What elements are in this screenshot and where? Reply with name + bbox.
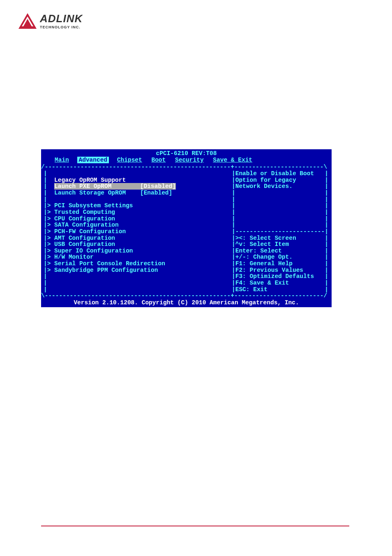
submenu-serial[interactable]: Serial Port Console Redirection [54,260,165,267]
tab-security[interactable]: Security [174,157,205,163]
logo-icon [18,13,37,29]
key-help-1: ><: Select Screen [235,235,296,241]
submenu-sandybridge[interactable]: Sandybridge PPM Configuration [54,267,158,273]
submenu-usb[interactable]: USB Configuration [54,241,115,248]
tab-save-exit[interactable]: Save & Exit [212,157,254,163]
key-help-3: Enter: Select [235,248,282,254]
bios-screen: cPCI-6210 REV:T08 Main Advanced Chipset … [41,149,332,307]
bios-footer: Version 2.10.1208. Copyright (C) 2010 Am… [41,299,332,307]
submenu-hwmon[interactable]: H/W Monitor [54,254,94,260]
submenu-superio[interactable]: Super IO Configuration [54,248,133,254]
submenu-cpu[interactable]: CPU Configuration [54,215,115,222]
setting-pxe-oprom[interactable]: Launch PXE OpROM [Disabled] [54,183,176,190]
bios-tabs: Main Advanced Chipset Boot Security Save… [41,157,332,164]
border-top: /---------------------------------------… [41,164,332,171]
help-line-1: Enable or Disable Boot [235,170,314,177]
submenu-amt[interactable]: AMT Configuration [54,235,115,241]
tab-main[interactable]: Main [53,157,70,163]
key-help-2: ^v: Select Item [235,241,289,248]
border-bottom: \---------------------------------------… [41,293,332,299]
footer-rule [41,526,349,526]
tab-advanced[interactable]: Advanced [77,157,109,163]
key-help-4: +/-: Change Opt. [235,254,293,260]
section-header: Legacy OpROM Support [54,177,126,183]
logo-name: ADLINK [40,12,83,25]
bios-title: cPCI-6210 REV:T08 [41,149,332,157]
tab-boot[interactable]: Boot [150,157,167,163]
help-line-2: Option for Legacy [235,177,296,183]
tab-chipset[interactable]: Chipset [116,157,143,163]
setting-storage-oprom[interactable]: Launch Storage OpROM [Enabled] [54,190,172,196]
key-help-6: F2: Previous Values [235,267,303,273]
submenu-trusted[interactable]: Trusted Computing [54,209,115,215]
key-help-8: F4: Save & Exit [235,280,289,286]
key-help-5: F1: General Help [235,260,293,267]
submenu-pchfw[interactable]: PCH-FW Configuration [54,228,126,235]
logo-subtitle: TECHNOLOGY INC. [40,25,83,29]
logo: ADLINK TECHNOLOGY INC. [18,12,83,29]
key-help-9: ESC: Exit [235,286,267,293]
submenu-sata[interactable]: SATA Configuration [54,222,119,228]
key-help-7: F3: Optimized Defaults [235,273,314,280]
submenu-pci[interactable]: PCI Subsystem Settings [54,202,133,209]
help-line-3: Network Devices. [235,183,293,190]
